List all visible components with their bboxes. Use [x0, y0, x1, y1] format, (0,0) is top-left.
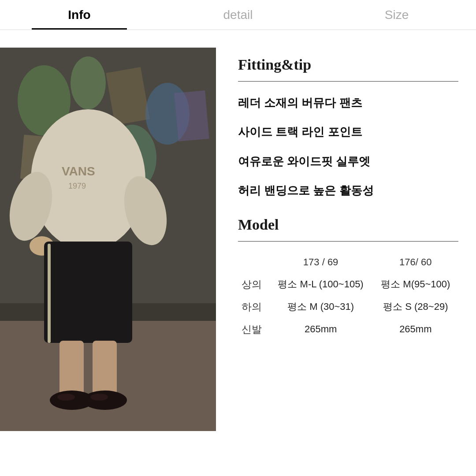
- model-row-shoes-val2: 265mm: [373, 318, 458, 341]
- fitting-tip-4: 허리 밴딩으로 높은 활동성: [238, 182, 458, 198]
- model-row-top-label: 상의: [238, 273, 269, 296]
- model-row-bottom-val2: 평소 S (28~29): [373, 296, 458, 318]
- fitting-section: Fitting&tip 레더 소재의 버뮤다 팬츠 사이드 트랙 라인 포인트 …: [238, 56, 458, 199]
- tab-info-label: Info: [68, 8, 90, 22]
- model-row-shoes: 신발 265mm 265mm: [238, 318, 458, 341]
- model-row-bottom-val1: 평소 M (30~31): [269, 296, 373, 318]
- model-photo: VANS 1979: [0, 48, 216, 431]
- model-col-1: 173 / 69: [269, 255, 373, 273]
- model-row-top-val2: 평소 M(95~100): [373, 273, 458, 296]
- tab-detail[interactable]: detail: [159, 0, 317, 30]
- info-panel: Fitting&tip 레더 소재의 버뮤다 팬츠 사이드 트랙 라인 포인트 …: [216, 48, 476, 476]
- fitting-divider: [238, 81, 458, 82]
- model-title: Model: [238, 216, 458, 233]
- model-section: Model 173 / 69 176/ 60 상의 평소 M-L (100~10…: [238, 216, 458, 341]
- svg-point-21: [83, 390, 127, 410]
- model-row-bottom-label: 하의: [238, 296, 269, 318]
- fitting-tip-3: 여유로운 와이드핏 실루엣: [238, 153, 458, 169]
- svg-rect-18: [60, 341, 84, 398]
- model-row-shoes-label: 신발: [238, 318, 269, 341]
- model-table: 173 / 69 176/ 60 상의 평소 M-L (100~105) 평소 …: [238, 255, 458, 341]
- svg-rect-19: [93, 341, 117, 398]
- tab-info[interactable]: Info: [0, 0, 159, 30]
- model-svg: VANS 1979: [0, 48, 216, 431]
- svg-point-3: [71, 56, 106, 109]
- tab-bar: Info detail Size: [0, 0, 476, 30]
- model-row-shoes-val1: 265mm: [269, 318, 373, 341]
- product-image: VANS 1979: [0, 48, 216, 431]
- svg-rect-8: [174, 90, 209, 141]
- svg-text:1979: 1979: [68, 182, 86, 190]
- fitting-title: Fitting&tip: [238, 56, 458, 73]
- model-col-2: 176/ 60: [373, 255, 458, 273]
- model-row-top: 상의 평소 M-L (100~105) 평소 M(95~100): [238, 273, 458, 296]
- svg-rect-17: [48, 244, 51, 343]
- svg-point-23: [90, 394, 108, 401]
- svg-text:VANS: VANS: [62, 164, 95, 178]
- tab-size[interactable]: Size: [317, 0, 476, 30]
- fitting-tip-1: 레더 소재의 버뮤다 팬츠: [238, 95, 458, 111]
- fitting-tips-list: 레더 소재의 버뮤다 팬츠 사이드 트랙 라인 포인트 여유로운 와이드핏 실루…: [238, 95, 458, 199]
- model-table-header-row: 173 / 69 176/ 60: [238, 255, 458, 273]
- svg-rect-16: [44, 242, 132, 343]
- model-divider: [238, 241, 458, 242]
- model-row-bottom: 하의 평소 M (30~31) 평소 S (28~29): [238, 296, 458, 318]
- model-row-top-val1: 평소 M-L (100~105): [269, 273, 373, 296]
- model-col-empty: [238, 255, 269, 273]
- tab-size-label: Size: [385, 8, 409, 22]
- fitting-tip-2: 사이드 트랙 라인 포인트: [238, 124, 458, 140]
- content-area: VANS 1979: [0, 30, 476, 476]
- svg-point-22: [57, 394, 75, 401]
- tab-detail-label: detail: [223, 8, 253, 22]
